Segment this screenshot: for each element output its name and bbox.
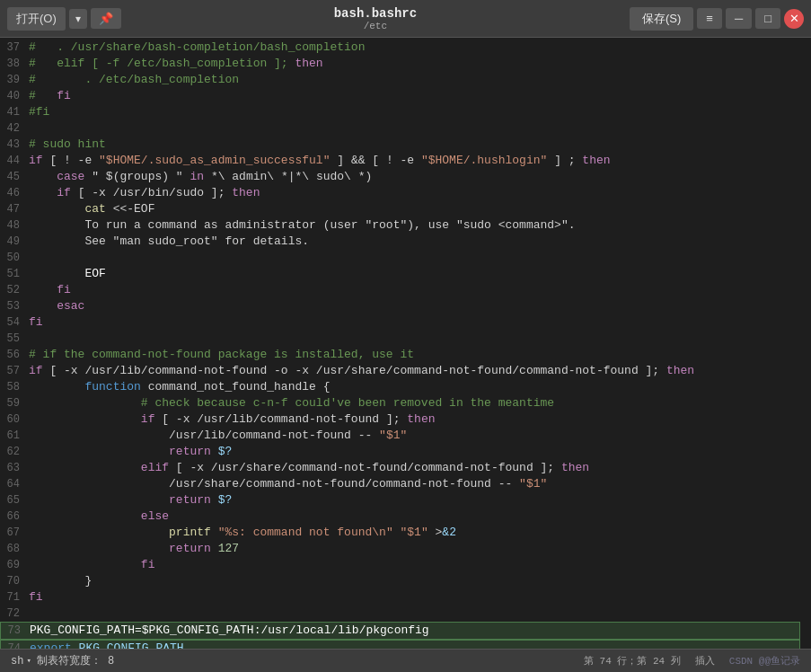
- token: [ ! -e: [43, 154, 99, 167]
- token: # elif [ -f /etc/bash_completion ];: [29, 57, 295, 70]
- statusbar-left: sh ▾ 制表符宽度： 8: [11, 653, 114, 668]
- table-row: 72: [0, 606, 800, 622]
- token: <<-EOF: [106, 202, 155, 216]
- table-row: 45 case " $(groups) " in *\ admin\ *|*\ …: [0, 169, 800, 185]
- watermark: CSDN @@鱼记录: [729, 654, 800, 668]
- token: "$HOME/.hushlogin": [421, 154, 547, 167]
- table-row: 69 fi: [0, 557, 800, 573]
- pin-button[interactable]: 📌: [91, 8, 121, 29]
- line-content: To run a command as administrator (user …: [29, 217, 576, 234]
- line-content: fi: [29, 557, 154, 573]
- language-selector[interactable]: sh ▾: [11, 655, 31, 668]
- language-label: sh: [11, 655, 23, 668]
- token: return: [169, 542, 211, 555]
- token: [29, 170, 57, 183]
- table-row: 42: [0, 120, 800, 137]
- line-content: #fi: [29, 104, 49, 120]
- open-dropdown-arrow[interactable]: ▾: [69, 9, 87, 29]
- table-row: 43# sudo hint: [0, 137, 800, 153]
- table-row: 40# fi: [0, 88, 800, 104]
- line-content: return $?: [29, 492, 232, 508]
- line-number: 38: [0, 56, 29, 72]
- close-button[interactable]: ✕: [784, 9, 804, 29]
- line-content: /usr/lib/command-not-found -- "$1": [29, 428, 407, 444]
- line-number: 46: [0, 185, 29, 201]
- table-row: 41#fi: [0, 104, 800, 120]
- table-row: 52 fi: [0, 282, 800, 298]
- token: >: [428, 526, 443, 539]
- token: fi: [57, 283, 71, 296]
- line-number: 39: [0, 72, 29, 88]
- line-content: function command_not_found_handle {: [29, 379, 330, 395]
- token: }: [29, 574, 92, 588]
- open-label: 打开(O): [16, 11, 57, 27]
- table-row: 65 return $?: [0, 492, 800, 508]
- table-row: 53 esac: [0, 298, 800, 314]
- token: [29, 445, 169, 458]
- line-number: 61: [0, 428, 29, 444]
- token: [29, 299, 57, 313]
- token: then: [407, 412, 435, 426]
- token: [ -x /usr/bin/sudo ];: [71, 186, 232, 199]
- table-row: 48 To run a command as administrator (us…: [0, 217, 800, 234]
- token: ] ;: [547, 154, 582, 167]
- token: fi: [29, 590, 43, 604]
- line-content: fi: [29, 314, 43, 331]
- line-content: # sudo hint: [29, 137, 106, 153]
- line-number: 58: [0, 379, 29, 395]
- line-content: EOF: [29, 266, 106, 282]
- token: [29, 558, 141, 571]
- token: "$1": [379, 429, 407, 442]
- token: [29, 186, 57, 199]
- token: /usr/lib/command-not-found --: [29, 429, 379, 442]
- line-number: 59: [0, 395, 29, 411]
- table-row: 56# if the command-not-found package is …: [0, 347, 800, 363]
- line-number: 71: [0, 589, 29, 606]
- table-row: 66 else: [0, 508, 800, 525]
- line-content: PKG_CONFIG_PATH=$PKG_CONFIG_PATH:/usr/lo…: [30, 623, 429, 639]
- line-number: 56: [0, 347, 29, 363]
- token: if: [57, 186, 71, 199]
- line-content: printf "%s: command not found\n" "$1" >&…: [29, 525, 456, 541]
- table-row: 63 elif [ -x /usr/share/command-not-foun…: [0, 460, 800, 476]
- token: printf: [169, 526, 211, 539]
- token: [29, 493, 169, 507]
- line-content: esac: [29, 298, 84, 314]
- open-button[interactable]: 打开(O): [7, 7, 66, 31]
- token: 127: [211, 542, 239, 555]
- table-row: 67 printf "%s: command not found\n" "$1"…: [0, 525, 800, 541]
- table-row: 74export PKG_CONFIG_PATH: [0, 640, 800, 649]
- line-content: # . /usr/share/bash-completion/bash_comp…: [29, 40, 365, 56]
- line-content: fi: [29, 282, 71, 298]
- token: esac: [57, 299, 84, 313]
- line-number: 54: [0, 314, 29, 331]
- code-area[interactable]: 37# . /usr/share/bash-completion/bash_co…: [0, 38, 811, 649]
- save-button[interactable]: 保存(S): [630, 7, 693, 31]
- token: *\ admin\ *|*\ sudo\ *): [204, 170, 372, 183]
- line-number: 63: [0, 460, 29, 476]
- token: then: [666, 364, 694, 377]
- line-number: 72: [0, 606, 29, 622]
- table-row: 61 /usr/lib/command-not-found -- "$1": [0, 428, 800, 444]
- menu-button[interactable]: ≡: [697, 8, 722, 29]
- table-row: 58 function command_not_found_handle {: [0, 379, 800, 395]
- maximize-button[interactable]: □: [755, 8, 780, 29]
- line-content: See "man sudo_root" for details.: [29, 234, 309, 250]
- token: PKG_CONFIG_PATH=$PKG_CONFIG_PATH:/usr/lo…: [30, 623, 429, 637]
- token: "$1": [401, 526, 428, 539]
- table-row: 59 # check because c-n-f could've been r…: [0, 395, 800, 411]
- editor: 37# . /usr/share/bash-completion/bash_co…: [0, 38, 811, 649]
- line-content: if [ -x /usr/lib/command-not-found ]; th…: [29, 411, 436, 428]
- token: # . /etc/bash_completion: [29, 73, 239, 86]
- line-number: 45: [0, 169, 29, 185]
- line-content: /usr/share/command-not-found/command-not…: [29, 476, 547, 492]
- line-number: 49: [0, 234, 29, 250]
- table-row: 54fi: [0, 314, 800, 331]
- lang-dropdown-arrow: ▾: [26, 656, 31, 666]
- table-row: 46 if [ -x /usr/bin/sudo ]; then: [0, 185, 800, 201]
- token: # if the command-not-found package is in…: [29, 348, 414, 361]
- minimize-button[interactable]: ─: [726, 8, 752, 29]
- token: elif: [141, 461, 169, 474]
- line-number: 44: [0, 153, 29, 169]
- line-content: if [ -x /usr/lib/command-not-found -o -x…: [29, 363, 694, 379]
